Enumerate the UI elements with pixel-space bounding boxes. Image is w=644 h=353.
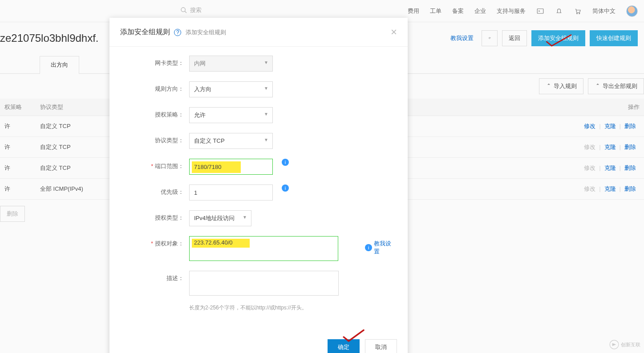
label-desc: 描述： bbox=[120, 271, 189, 282]
label-nic: 网卡类型： bbox=[120, 56, 189, 67]
auth-target-input[interactable] bbox=[189, 236, 338, 261]
priority-input[interactable] bbox=[189, 185, 273, 201]
desc-hint: 长度为2-256个字符，不能以http://或https://开头。 bbox=[189, 304, 339, 312]
proto-select[interactable] bbox=[189, 133, 273, 149]
auth-type-select[interactable] bbox=[189, 210, 251, 226]
port-range-input[interactable] bbox=[189, 159, 273, 175]
description-input[interactable] bbox=[189, 271, 339, 296]
watermark-logo: 创新互联 bbox=[609, 340, 640, 349]
nic-select[interactable] bbox=[189, 56, 273, 72]
info-icon[interactable]: i bbox=[365, 244, 372, 251]
label-proto: 协议类型： bbox=[120, 133, 189, 144]
teach-me-link-modal[interactable]: 教我设置 bbox=[374, 240, 397, 256]
help-icon[interactable]: ? bbox=[174, 29, 181, 36]
policy-select[interactable] bbox=[189, 107, 273, 123]
label-dir: 规则方向： bbox=[120, 81, 189, 93]
label-policy: 授权策略： bbox=[120, 107, 189, 119]
label-auth-type: 授权类型： bbox=[120, 210, 189, 222]
label-priority: 优先级： bbox=[120, 185, 189, 196]
close-icon[interactable]: × bbox=[391, 26, 397, 38]
modal-title: 添加安全组规则 ? 添加安全组规则 bbox=[120, 28, 226, 37]
add-rule-modal: 添加安全组规则 ? 添加安全组规则 × 网卡类型： 规则方向： 授权策略： 协议… bbox=[109, 18, 408, 353]
annotation-check-confirm bbox=[342, 329, 373, 346]
direction-select[interactable] bbox=[189, 81, 273, 97]
label-auth-target: 授权对象： bbox=[120, 236, 189, 248]
info-icon[interactable]: i bbox=[282, 159, 289, 166]
info-icon[interactable]: i bbox=[282, 185, 289, 192]
label-port: 端口范围： bbox=[120, 159, 189, 170]
